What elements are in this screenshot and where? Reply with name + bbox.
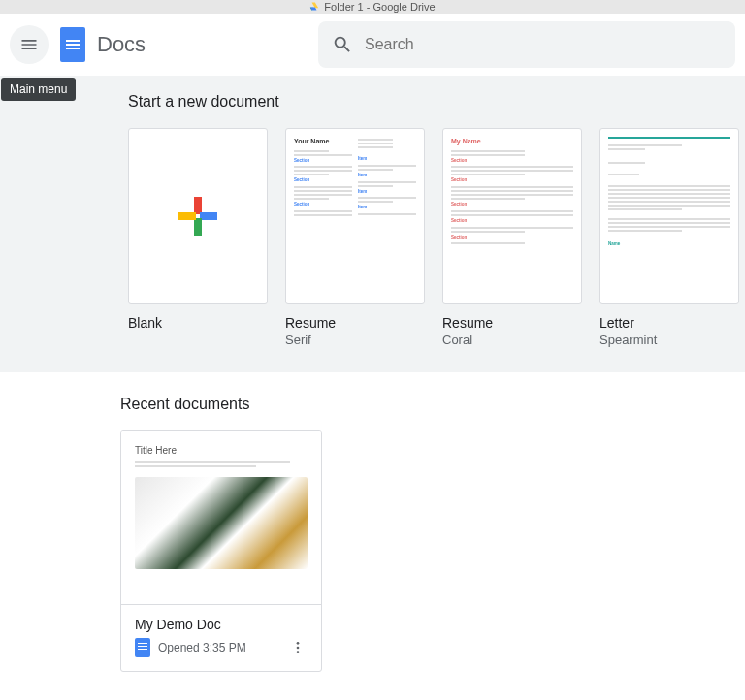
svg-point-6 (297, 651, 300, 653)
template-resume-coral: My Name Section Section Section Section … (442, 128, 582, 347)
template-letter-spearmint: Name Letter Spearmint (599, 128, 739, 347)
doc-thumbnail: Title Here (121, 431, 321, 604)
main-menu-tooltip: Main menu (1, 78, 76, 101)
template-name: Blank (128, 315, 268, 331)
recent-heading: Recent documents (120, 396, 731, 413)
template-resume-serif: Your Name Section Section Section (285, 128, 425, 347)
templates-heading: Start a new document (128, 93, 739, 111)
template-thumb-resume-serif[interactable]: Your Name Section Section Section (285, 128, 425, 304)
more-vert-icon (290, 640, 306, 655)
template-name: Resume (285, 315, 425, 331)
browser-tab-title: Folder 1 - Google Drive (324, 1, 435, 13)
template-subtitle: Serif (285, 333, 425, 347)
svg-rect-0 (194, 197, 202, 214)
template-subtitle: Coral (442, 333, 582, 347)
recent-section: Recent documents Title Here My Demo Doc … (0, 372, 745, 672)
template-thumb-letter-spearmint[interactable]: Name (599, 128, 739, 304)
doc-meta: My Demo Doc Opened 3:35 PM (121, 604, 321, 671)
template-subtitle: Spearmint (599, 333, 739, 347)
svg-rect-3 (178, 212, 196, 220)
template-name: Letter (599, 315, 739, 331)
hamburger-icon (19, 35, 39, 54)
browser-tab-bar: Folder 1 - Google Drive (0, 0, 745, 14)
doc-thumb-title: Title Here (135, 445, 308, 456)
search-bar[interactable] (318, 21, 735, 68)
app-header: Docs (0, 14, 745, 76)
svg-point-4 (297, 642, 300, 645)
drive-icon (309, 2, 319, 12)
app-name: Docs (97, 32, 146, 57)
template-thumb-blank[interactable] (128, 128, 268, 304)
template-row: Blank Your Name Section Section (128, 128, 739, 347)
doc-card[interactable]: Title Here My Demo Doc Opened 3:35 PM (120, 430, 322, 672)
browser-tab[interactable]: Folder 1 - Google Drive (298, 0, 446, 14)
doc-preview-image (135, 477, 308, 569)
docs-file-icon (135, 638, 150, 657)
search-icon (332, 34, 353, 55)
template-thumb-resume-coral[interactable]: My Name Section Section Section Section … (442, 128, 582, 304)
main-menu-button[interactable] (10, 25, 49, 64)
plus-icon (175, 193, 221, 239)
svg-rect-1 (200, 212, 217, 220)
template-name: Resume (442, 315, 582, 331)
svg-rect-2 (194, 218, 202, 236)
docs-logo-icon[interactable] (60, 27, 85, 62)
search-input[interactable] (365, 36, 722, 53)
doc-more-button[interactable] (288, 638, 308, 657)
svg-point-5 (297, 647, 300, 650)
template-blank: Blank (128, 128, 268, 347)
templates-section: Start a new document Blank (0, 76, 745, 372)
doc-opened-text: Opened 3:35 PM (158, 641, 246, 654)
doc-title: My Demo Doc (135, 617, 308, 632)
